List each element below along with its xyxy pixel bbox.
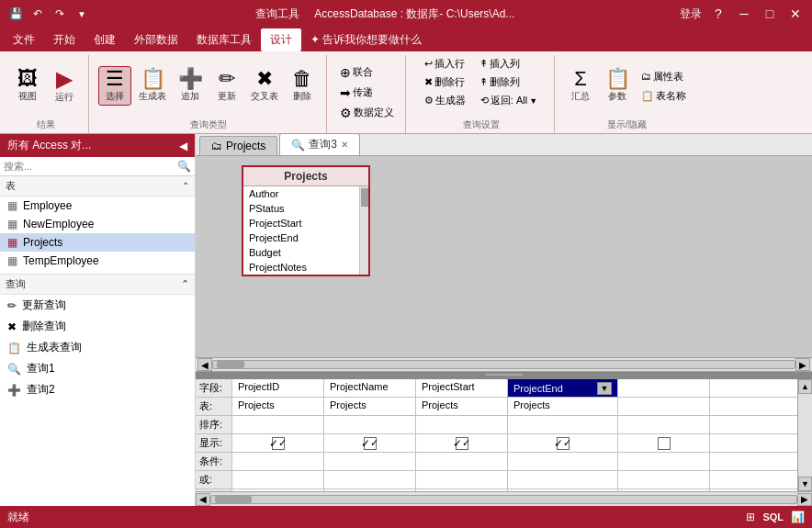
checkbox-4[interactable]: ✓: [557, 437, 570, 450]
insert-col-button[interactable]: ↟ 插入列: [476, 55, 524, 73]
delete-button[interactable]: 🗑 删除: [286, 67, 319, 105]
grid-criteria-3[interactable]: [416, 453, 507, 471]
grid-or-5[interactable]: [618, 471, 709, 489]
query-item-query1[interactable]: 🔍 查询1: [0, 358, 195, 379]
close-button[interactable]: ✕: [786, 5, 805, 23]
tablenames-button[interactable]: 📋 表名称: [637, 87, 690, 105]
dropdown-arrow-4[interactable]: ▼: [597, 382, 612, 395]
query-item-query2[interactable]: ➕ 查询2: [0, 379, 195, 400]
grid-show-1[interactable]: ✓: [232, 434, 323, 453]
grid-or-2[interactable]: [324, 471, 415, 489]
status-icon-chart[interactable]: 📊: [791, 511, 805, 523]
grid-criteria-2[interactable]: [324, 453, 415, 471]
status-icon-grid[interactable]: ⊞: [746, 511, 755, 523]
nav-item-tempemployee[interactable]: ▦ TempEmployee: [0, 252, 195, 270]
save-icon[interactable]: 💾: [7, 6, 24, 22]
nav-item-projects[interactable]: ▦ Projects: [0, 233, 195, 252]
table-section-header[interactable]: 表 ⌃: [0, 176, 195, 197]
grid-table-3[interactable]: Projects: [416, 398, 507, 416]
h-scrollbar-track[interactable]: [212, 360, 795, 369]
undo-icon[interactable]: ↶: [29, 6, 46, 22]
field-projectend[interactable]: ProjectEnd: [243, 230, 368, 245]
help-button[interactable]: ?: [709, 5, 727, 23]
menu-dbtools[interactable]: 数据库工具: [187, 28, 261, 51]
grid-table-4[interactable]: Projects: [508, 398, 617, 416]
grid-sort-4[interactable]: [508, 416, 617, 434]
menu-create[interactable]: 创建: [85, 28, 125, 51]
scroll-left-arrow[interactable]: ◀: [197, 358, 212, 371]
menu-file[interactable]: 文件: [4, 28, 44, 51]
menu-external[interactable]: 外部数据: [125, 28, 187, 51]
grid-v-scrollbar[interactable]: ▲ ▼: [797, 379, 812, 491]
propsheet-button[interactable]: 🗂 属性表: [637, 68, 690, 85]
field-author[interactable]: Author: [243, 186, 368, 201]
login-label[interactable]: 登录: [680, 6, 702, 22]
insert-row-button[interactable]: ↩ 插入行: [421, 55, 468, 73]
scroll-right-arrow[interactable]: ▶: [795, 358, 810, 371]
grid-show-3[interactable]: ✓: [416, 434, 507, 453]
nav-item-employee[interactable]: ▦ Employee: [0, 197, 195, 215]
panel-arrow[interactable]: ◀: [179, 140, 187, 152]
return-arrow[interactable]: ▼: [529, 96, 537, 106]
view-button[interactable]: 🖼 视图: [11, 67, 44, 105]
status-icon-sql[interactable]: SQL: [762, 511, 784, 522]
delete-row-button[interactable]: ✖ 删除行: [421, 73, 468, 91]
checkbox-2[interactable]: ✓: [364, 437, 377, 450]
grid-scroll-right[interactable]: ▶: [797, 493, 812, 506]
grid-sort-2[interactable]: [324, 416, 415, 434]
grid-criteria-4[interactable]: [508, 453, 617, 471]
delete-col-button[interactable]: ↟ 删除列: [476, 73, 524, 91]
grid-table-5[interactable]: [618, 398, 709, 416]
grid-sort-5[interactable]: [618, 416, 709, 434]
grid-field-4[interactable]: ProjectEnd ▼: [508, 379, 617, 398]
menu-search[interactable]: ✦ 告诉我你想要做什么: [301, 28, 431, 51]
datadef-button[interactable]: ⚙ 数据定义: [336, 104, 398, 122]
checkbox-5[interactable]: [658, 437, 671, 450]
more-icon[interactable]: ▼: [73, 6, 90, 22]
grid-scroll-up[interactable]: ▲: [798, 379, 812, 394]
grid-show-4[interactable]: ✓: [508, 434, 617, 453]
grid-sort-3[interactable]: [416, 416, 507, 434]
union-button[interactable]: ⊕ 联合: [336, 63, 398, 82]
grid-field-5[interactable]: [618, 379, 709, 398]
append-button[interactable]: ➕ 追加: [174, 67, 207, 105]
field-budget[interactable]: Budget: [243, 245, 368, 260]
field-pstatus[interactable]: PStatus: [243, 201, 368, 216]
query-item-update[interactable]: ✏ 更新查询: [0, 295, 195, 316]
grid-h-track[interactable]: [210, 495, 797, 504]
query-section-header[interactable]: 查询 ⌃: [0, 274, 195, 295]
run-button[interactable]: ▶ 运行: [48, 66, 81, 106]
grid-or-4[interactable]: [508, 471, 617, 489]
redo-icon[interactable]: ↷: [51, 6, 68, 22]
builder-button[interactable]: ⚙ 生成器: [421, 92, 469, 109]
update-button[interactable]: ✏ 更新: [210, 67, 243, 105]
passthrough-button[interactable]: ➡ 传递: [336, 84, 398, 102]
grid-show-5[interactable]: [618, 434, 709, 453]
grid-scroll-down[interactable]: ▼: [798, 477, 812, 491]
grid-or-3[interactable]: [416, 471, 507, 489]
search-input[interactable]: [4, 161, 175, 172]
menu-design[interactable]: 设计: [261, 28, 301, 51]
grid-or-1[interactable]: [232, 471, 323, 489]
grid-sort-1[interactable]: [232, 416, 323, 434]
tab-close-query3[interactable]: ✕: [341, 140, 348, 150]
tab-query3[interactable]: 🔍 查询3 ✕: [279, 133, 360, 155]
grid-criteria-5[interactable]: [618, 453, 709, 471]
checkbox-1[interactable]: ✓: [272, 437, 285, 450]
checkbox-3[interactable]: ✓: [456, 437, 468, 450]
tab-projects[interactable]: 🗂 Projects: [199, 136, 277, 155]
select-button[interactable]: ☰ 选择: [98, 66, 131, 106]
menu-home[interactable]: 开始: [44, 28, 85, 51]
grid-show-2[interactable]: ✓: [324, 434, 415, 453]
field-projectstart[interactable]: ProjectStart: [243, 216, 368, 230]
minimize-button[interactable]: ─: [735, 5, 753, 23]
maketable-button[interactable]: 📋 生成表: [135, 67, 170, 105]
field-projectnotes[interactable]: ProjectNotes: [243, 260, 368, 275]
grid-field-1[interactable]: ProjectID: [232, 379, 323, 398]
grid-field-3[interactable]: ProjectStart: [416, 379, 507, 398]
crosstab-button[interactable]: ✖ 交叉表: [247, 67, 282, 105]
grid-scroll-left[interactable]: ◀: [196, 493, 210, 506]
query-item-delete[interactable]: ✖ 删除查询: [0, 316, 195, 337]
table-scrollbar[interactable]: [359, 186, 368, 275]
grid-field-2[interactable]: ProjectName: [324, 379, 415, 398]
